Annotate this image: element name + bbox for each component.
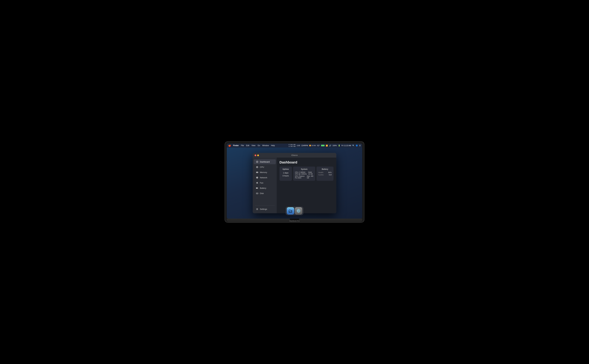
svg-rect-1 [256, 166, 258, 168]
sidebar-item-memory[interactable]: Memory [254, 170, 276, 175]
system-gpu-row: GPU: Radeon Pro 560X Disk: 499 GB [295, 175, 313, 179]
sidebar-item-cpu[interactable]: CPU [254, 164, 276, 169]
menubar-disk-stat: F: 39.2 GBU: 39.2 GB [289, 144, 295, 147]
menubar-fan: 224RPM [301, 145, 308, 146]
sidebar-spacer [253, 196, 277, 204]
battery-icon [256, 187, 258, 189]
sidebar-item-fan[interactable]: Fan [254, 180, 276, 185]
page-title: Dashboard [280, 160, 334, 164]
battery-card-title: Battery [318, 168, 332, 170]
dashboard-cards: Uptime 1 days 0 hours System CPU: i7-885… [280, 167, 334, 181]
sidebar-item-disk[interactable]: Disk [254, 191, 276, 196]
sidebar-battery-label: Battery [260, 187, 266, 189]
sidebar-cpu-label: CPU [260, 166, 264, 168]
laptop-model-label: MacBook Pro [289, 220, 300, 222]
battery-cycles-label: Cycles: [318, 174, 324, 176]
menu-bar-items: File Edit View Go Window Help [241, 144, 275, 147]
dock: 🗂 ⚙️ [286, 207, 303, 215]
disk-icon [256, 192, 258, 195]
battery-health-value: 84% [328, 171, 332, 173]
dashboard-icon [256, 161, 258, 163]
window-title: iGlance [291, 154, 298, 156]
battery-cycles-value: 518 [329, 174, 332, 176]
sidebar-item-network[interactable]: Network [254, 175, 276, 180]
menubar-search[interactable]: 🔍 [352, 145, 355, 147]
battery-cycles-row: Cycles: 518 [318, 174, 332, 176]
sidebar-dashboard-label: Dashboard [260, 161, 270, 163]
menubar-uptime: 2:05 [297, 145, 300, 146]
svg-rect-3 [256, 172, 257, 172]
memory-icon [256, 171, 258, 174]
sidebar-memory-label: Memory [260, 171, 267, 174]
window-minimize-button[interactable] [257, 155, 259, 156]
window-body: Dashboard CPU [253, 158, 336, 213]
svg-rect-13 [256, 188, 257, 188]
uptime-card-title: Uptime [281, 168, 290, 170]
menu-bar-right: F: 39.2 GBU: 39.2 GB 2:05 224RPM 🔼 120 B… [289, 144, 361, 147]
battery-health-label: Health: [318, 171, 324, 173]
menubar-battery-img: 🔋 [338, 145, 340, 147]
system-cpu-value: CPU: i7-8850H CPU @ 2.60GHz [295, 171, 308, 175]
desktop: iGlance Dashboard [227, 148, 362, 219]
sidebar-network-label: Network [260, 176, 267, 179]
sidebar-item-dashboard[interactable]: Dashboard [254, 159, 276, 164]
menubar-network: 🔼 120 B/s [309, 145, 316, 146]
uptime-hours: 0 hours [281, 175, 290, 177]
menu-file[interactable]: File [241, 144, 244, 147]
menubar-menu[interactable]: ☰ [359, 145, 361, 147]
laptop-notch [290, 219, 299, 220]
network-icon [256, 176, 258, 179]
battery-card: Battery Health: 84% Cycles: 518 [316, 167, 334, 181]
menu-edit[interactable]: Edit [246, 144, 249, 147]
cpu-icon [256, 166, 258, 168]
laptop-screen: 🍎 Finder File Edit View Go Window Help F… [227, 143, 362, 219]
dock-finder-icon[interactable]: 🗂 [287, 207, 294, 214]
menubar-siri[interactable]: 🔵 [356, 145, 358, 147]
fan-icon [256, 182, 258, 184]
window-close-button[interactable] [254, 155, 256, 156]
menubar-temp: 62° [317, 145, 320, 146]
laptop-frame: 🍎 Finder File Edit View Go Window Help F… [225, 142, 364, 222]
battery-health-row: Health: 84% [318, 171, 332, 173]
menu-bar: 🍎 Finder File Edit View Go Window Help F… [227, 143, 362, 148]
sidebar-item-battery[interactable]: Battery [254, 186, 276, 190]
menubar-battery-icon [321, 145, 325, 146]
menubar-wifi[interactable]: 📶 [326, 145, 328, 147]
dock-area: 🗂 ⚙️ [227, 205, 362, 217]
system-ram-value: RAM: 16 GB [308, 171, 313, 175]
menu-go[interactable]: Go [258, 144, 260, 147]
system-card-title: System [295, 168, 313, 170]
menubar-battery-pct: 100% [333, 145, 337, 146]
apple-menu[interactable]: 🍎 [228, 144, 231, 147]
svg-point-11 [257, 183, 257, 183]
menu-bar-left: 🍎 Finder File Edit View Go Window Help [228, 144, 275, 147]
system-gpu-value: GPU: Radeon Pro 560X [295, 175, 307, 179]
system-card: System CPU: i7-8850H CPU @ 2.60GHz RAM: … [293, 167, 315, 181]
sidebar: Dashboard CPU [253, 158, 277, 213]
svg-rect-5 [257, 172, 258, 172]
sidebar-disk-label: Disk [260, 192, 264, 195]
menu-bar-app-name[interactable]: Finder [233, 144, 239, 147]
menubar-datetime: Fri 11:22 AM [341, 145, 351, 146]
uptime-days: 1 days [281, 171, 290, 175]
uptime-card: Uptime 1 days 0 hours [280, 167, 292, 181]
dock-settings-icon[interactable]: ⚙️ [295, 207, 302, 214]
main-content: Dashboard Uptime 1 days 0 hours System [277, 158, 336, 213]
iglance-window: iGlance Dashboard [253, 153, 336, 213]
laptop-base: MacBook Pro [227, 219, 362, 222]
svg-rect-4 [257, 172, 257, 172]
window-controls [254, 155, 259, 156]
menu-help[interactable]: Help [271, 144, 275, 147]
system-disk-value: Disk: 499 GB [307, 175, 313, 179]
window-titlebar: iGlance [253, 153, 336, 158]
menu-window[interactable]: Window [262, 144, 269, 147]
menu-view[interactable]: View [252, 144, 255, 147]
menubar-volume[interactable]: 🔊 [329, 145, 331, 147]
sidebar-fan-label: Fan [260, 182, 263, 184]
system-cpu-row: CPU: i7-8850H CPU @ 2.60GHz RAM: 16 GB [295, 171, 313, 175]
svg-point-15 [258, 193, 258, 194]
